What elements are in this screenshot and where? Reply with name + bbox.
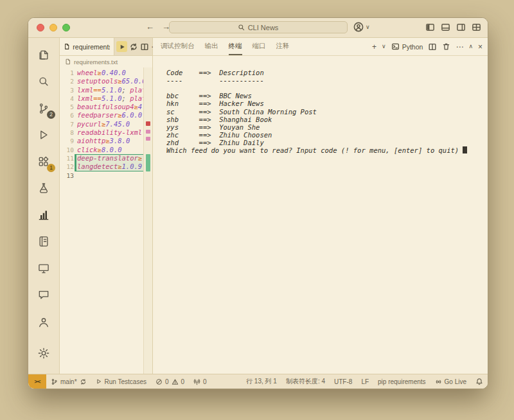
customize-layout-icon[interactable] [472, 22, 481, 32]
search-text: CLI News [248, 24, 279, 31]
eol-status[interactable]: LF [357, 374, 373, 389]
run-testcases-status[interactable]: Run Testcases [91, 374, 151, 389]
code-line-11[interactable]: 11deep-translator≥ [60, 154, 152, 162]
file-icon [64, 43, 70, 50]
new-terminal-button[interactable]: + [372, 43, 377, 51]
ports-count: 0 [203, 378, 207, 385]
sidebar-item-notebook[interactable] [28, 229, 59, 256]
error-icon [155, 378, 163, 385]
code-line-12[interactable]: 12langdetect≥1.0.9 [60, 162, 152, 171]
git-added-gutter-bar [75, 154, 76, 171]
gear-icon [37, 347, 50, 360]
accounts-button[interactable] [28, 308, 59, 337]
breadcrumb[interactable]: requirements.txt [60, 56, 152, 67]
encoding-status[interactable]: UTF-8 [330, 374, 357, 389]
toggle-panel-icon[interactable] [441, 22, 450, 32]
code-line-2[interactable]: 2setuptools≥65.0.0 [60, 77, 152, 85]
terminal-prompt-line: Which feed do you want to read? Input co… [166, 146, 483, 154]
kill-terminal-trash-icon[interactable] [442, 42, 450, 51]
code-line-1[interactable]: 1wheel≥0.40.0 [60, 69, 152, 77]
sidebar-item-explorer[interactable] [28, 42, 59, 69]
code-line-4[interactable]: 4lxml==5.1.0; plat [60, 94, 152, 103]
panel-tab-4[interactable]: 端口 [253, 38, 266, 55]
ruler-match-mark [146, 130, 150, 134]
code-line-6[interactable]: 6feedparser≥6.0.0 [60, 111, 152, 119]
sidebar-item-extensions[interactable]: 1 [28, 148, 59, 175]
code-line-9[interactable]: 9aiohttp≥3.8.0 [60, 137, 152, 145]
run-or-debug-icon[interactable] [129, 42, 138, 51]
line-number: 5 [60, 103, 77, 111]
toggle-secondary-sidebar-icon[interactable] [456, 22, 466, 32]
person-icon [37, 316, 50, 329]
sidebar-item-remote-explorer[interactable] [28, 255, 59, 282]
close-panel-icon[interactable]: × [478, 43, 483, 51]
run-python-file-button[interactable] [116, 41, 127, 52]
code-line-3[interactable]: 3lxml==5.1.0; plat [60, 86, 152, 94]
panel-tab-2[interactable]: 输出 [205, 38, 218, 55]
run-testcases-label: Run Testcases [105, 378, 146, 385]
line-number: 9 [60, 137, 77, 145]
panel-tab-5[interactable]: 注释 [276, 38, 290, 55]
overview-ruler[interactable] [143, 67, 152, 374]
error-count: 0 [165, 378, 169, 385]
panel-tab-3[interactable]: 终端 [229, 38, 242, 55]
split-editor-icon[interactable] [140, 42, 149, 51]
line-number: 13 [60, 171, 77, 180]
language-mode-status[interactable]: pip requirements [373, 374, 430, 389]
split-terminal-icon[interactable] [428, 42, 437, 51]
notebook-icon [37, 235, 50, 248]
titlebar: ← → CLI News ∨ [28, 18, 488, 38]
git-branch-icon [51, 378, 58, 385]
command-center-search[interactable]: CLI News [169, 21, 348, 33]
toggle-sidebar-icon[interactable] [425, 22, 435, 32]
code-line-8[interactable]: 8readability-lxml [60, 128, 152, 137]
broadcast-icon [435, 378, 442, 385]
code-line-7[interactable]: 7pycurl≥7.45.0 [60, 120, 152, 128]
testing-flask-icon [37, 182, 50, 195]
zoom-window-button[interactable] [62, 24, 70, 31]
code-editor[interactable]: 1wheel≥0.40.02setuptools≥65.0.03lxml==5.… [60, 67, 152, 374]
file-icon [65, 58, 71, 65]
branch-status[interactable]: main* [46, 374, 91, 389]
notifications-button[interactable] [471, 374, 488, 389]
tab-requirements[interactable]: requirements [60, 38, 114, 55]
tab-size-status[interactable]: 制表符长度: 4 [281, 374, 330, 389]
sidebar-item-comments[interactable] [28, 282, 59, 309]
warning-count: 0 [181, 378, 185, 385]
terminal-profile-dropdown-icon[interactable]: ∨ [382, 44, 386, 49]
terminal-output[interactable]: Code ==> Description ---- ----------- bb… [153, 56, 488, 374]
play-icon [118, 43, 126, 51]
line-number: 10 [60, 146, 77, 154]
ports-status[interactable]: 0 [189, 374, 211, 389]
close-window-button[interactable] [37, 24, 44, 31]
panel-more-actions-icon[interactable]: ⋯ [456, 43, 463, 51]
terminal-text: Code ==> Description ---- ----------- bb… [166, 69, 483, 146]
minimize-window-button[interactable] [49, 24, 57, 31]
terminal-cursor [463, 146, 467, 153]
back-icon[interactable]: ← [146, 22, 154, 31]
sidebar-item-search[interactable] [28, 69, 59, 96]
sidebar-item-source-control[interactable]: 2 [28, 95, 59, 122]
editor-group: requirements ⋯ requirements.txt [60, 38, 153, 374]
extensions-badge: 1 [47, 164, 55, 172]
problems-status[interactable]: 0 0 [151, 374, 189, 389]
sidebar-item-run-debug[interactable] [28, 122, 59, 149]
eol-label: LF [361, 378, 369, 385]
maximize-panel-icon[interactable]: ∧ [468, 44, 473, 49]
remote-indicator[interactable]: >< [28, 374, 46, 389]
account-menu[interactable]: ∨ [353, 22, 370, 32]
code-line-10[interactable]: 10click≥8.0.0 [60, 146, 152, 154]
panel-header: 调试控制台输出终端端口注释 + ∨ Python ⋯ ∧ × [153, 38, 488, 56]
terminal-instance-python[interactable]: Python [391, 42, 423, 51]
line-col-status[interactable]: 行 13, 列 1 [242, 374, 281, 389]
sidebar-item-testing[interactable] [28, 175, 59, 202]
code-line-13[interactable]: 13 [60, 171, 152, 180]
breadcrumb-file: requirements.txt [74, 58, 118, 66]
bar-chart-icon [37, 209, 50, 222]
sidebar-item-charts[interactable] [28, 202, 59, 229]
code-line-5[interactable]: 5beautifulsoup4≥4.12.0 [60, 103, 152, 111]
account-icon [353, 22, 364, 32]
settings-button[interactable] [28, 339, 59, 367]
go-live-status[interactable]: Go Live [430, 374, 471, 389]
panel-tab-1[interactable]: 调试控制台 [161, 38, 195, 55]
